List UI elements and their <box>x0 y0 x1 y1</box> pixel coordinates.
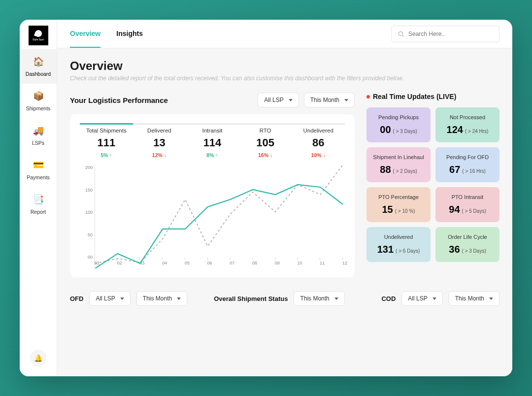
perf-title: Your Logistics Performance <box>70 96 168 104</box>
tile-label: PTO Intransit <box>440 194 495 200</box>
card-icon: 💳 <box>20 160 57 170</box>
logo: Style Spot <box>29 26 48 45</box>
sidebar-item-report[interactable]: 📑 Report <box>20 187 57 222</box>
tile-order-life-cycle[interactable]: Order Life Cycle36( > 3 Days) <box>435 227 499 262</box>
metric-value: 111 <box>80 136 133 149</box>
metric-delivered[interactable]: Delivered1312% ↓ <box>133 123 186 158</box>
svg-point-0 <box>399 32 402 35</box>
tile-note: ( > 6 Days) <box>396 248 420 254</box>
sidebar-item-label: Payments <box>27 174 50 180</box>
tile-value: 88 <box>380 164 391 175</box>
box-icon: 📦 <box>20 91 57 101</box>
topbar: Overview Insights <box>57 20 512 48</box>
tile-pending-for-ofd[interactable]: Pending For OFD67( > 16 Hrs) <box>435 147 499 182</box>
tile-undelivered[interactable]: Undelivered131( > 6 Days) <box>366 227 431 262</box>
svg-line-1 <box>402 35 404 36</box>
metric-total-shipments[interactable]: Total Shipments1115% ↑ <box>80 123 133 158</box>
metric-delta: 10% ↓ <box>292 152 345 158</box>
cod-label: COD <box>381 295 396 302</box>
live-dot-icon <box>366 95 370 99</box>
tile-pending-pickups[interactable]: Pending Pickups00( > 3 Days) <box>366 107 431 142</box>
ofd-label: OFD <box>70 295 83 302</box>
metric-value: 105 <box>239 136 292 149</box>
metric-delta: 12% ↓ <box>133 152 186 158</box>
report-icon: 📑 <box>20 194 57 205</box>
tile-label: PTO Percentage <box>371 194 426 200</box>
tile-value: 67 <box>449 164 460 175</box>
search-icon <box>398 31 404 37</box>
chevron-down-icon <box>177 297 181 300</box>
tile-note: ( > 3 Days) <box>462 248 486 254</box>
sidebar-item-label: Report <box>31 209 46 215</box>
metric-label: Intransit <box>186 128 239 133</box>
tile-note: ( > 24 Hrs) <box>465 129 489 134</box>
tab-overview[interactable]: Overview <box>70 20 100 48</box>
chevron-down-icon <box>344 99 348 101</box>
metric-rto[interactable]: RTO10516% ↓ <box>239 123 292 158</box>
tile-value: 94 <box>449 204 460 215</box>
cod-period-select[interactable]: This Month <box>449 291 499 306</box>
tile-label: Undelivered <box>371 234 426 240</box>
page-subtitle: Check out the detailed report of the tot… <box>70 75 499 82</box>
tab-insights[interactable]: Insights <box>116 20 143 48</box>
chevron-down-icon <box>432 297 436 300</box>
metric-label: Delivered <box>133 128 186 133</box>
sidebar: Style Spot 🏠 Dashboard 📦 Shipments 🚚 LSP… <box>20 20 57 376</box>
tile-note: ( > 5 Days) <box>462 208 486 214</box>
metric-label: Total Shipments <box>80 128 133 133</box>
tile-value: 131 <box>377 244 394 255</box>
lsp-select[interactable]: All LSP <box>258 93 299 107</box>
sidebar-item-lsps[interactable]: 🚚 LSPs <box>20 118 57 153</box>
tile-value: 15 <box>382 204 393 215</box>
tile-pto-intransit[interactable]: PTO Intransit94( > 5 Days) <box>435 187 499 222</box>
chevron-down-icon <box>489 297 493 300</box>
tile-value: 36 <box>449 244 460 255</box>
sidebar-item-dashboard[interactable]: 🏠 Dashboard <box>20 49 57 84</box>
tile-label: Pending Pickups <box>371 114 426 120</box>
sidebar-item-shipments[interactable]: 📦 Shipments <box>20 84 57 118</box>
ofd-period-select[interactable]: This Month <box>136 291 187 306</box>
chevron-down-icon <box>120 297 124 300</box>
live-title: Real Time Updates (LIVE) <box>366 93 499 100</box>
chevron-down-icon <box>334 297 338 300</box>
cod-lsp-select[interactable]: All LSP <box>401 291 442 306</box>
metric-value: 13 <box>133 136 186 149</box>
tile-note: ( > 10 %) <box>395 208 415 214</box>
home-icon: 🏠 <box>20 56 57 67</box>
search-input[interactable] <box>408 31 493 37</box>
ofd-lsp-select[interactable]: All LSP <box>89 291 130 306</box>
tile-note: ( > 3 Days) <box>393 129 417 134</box>
tile-label: Shipment In Linehaul <box>371 154 426 160</box>
metric-intransit[interactable]: Intransit1148% ↑ <box>186 123 239 158</box>
tile-note: ( > 16 Hrs) <box>462 168 486 174</box>
tile-label: Order Life Cycle <box>440 234 495 240</box>
sidebar-item-label: Dashboard <box>26 71 51 77</box>
tile-value: 00 <box>380 124 391 135</box>
sidebar-item-label: Shipments <box>26 105 51 111</box>
metric-value: 114 <box>186 136 239 149</box>
metric-delta: 8% ↑ <box>186 152 239 158</box>
tile-note: ( > 2 Days) <box>393 168 417 174</box>
metric-undelivered[interactable]: Undelivered8610% ↓ <box>292 123 345 158</box>
tile-not-processed[interactable]: Not Processed124( > 24 Hrs) <box>435 107 499 142</box>
overall-period-select[interactable]: This Month <box>294 291 344 306</box>
tile-pto-percentage[interactable]: PTO Percentage15( > 10 %) <box>366 187 431 222</box>
metric-label: RTO <box>239 128 292 133</box>
tile-label: Not Processed <box>440 114 495 120</box>
tile-shipment-in-linehaul[interactable]: Shipment In Linehaul88( > 2 Days) <box>366 147 431 182</box>
truck-icon: 🚚 <box>20 125 57 136</box>
period-select[interactable]: This Month <box>304 93 355 107</box>
sidebar-item-payments[interactable]: 💳 Payments <box>20 153 57 187</box>
tile-value: 124 <box>447 124 463 135</box>
search-box[interactable] <box>391 26 499 42</box>
tile-label: Pending For OFD <box>440 154 495 160</box>
bell-icon: 🔔 <box>34 354 42 362</box>
page-title: Overview <box>70 59 499 73</box>
overall-label: Overall Shipment Status <box>214 295 288 302</box>
chevron-down-icon <box>289 99 293 101</box>
metric-delta: 16% ↓ <box>239 152 292 158</box>
perf-card: Total Shipments1115% ↑Delivered1312% ↓In… <box>70 114 355 277</box>
sidebar-item-label: LSPs <box>32 140 44 146</box>
notifications-button[interactable]: 🔔 <box>30 350 47 366</box>
metric-delta: 5% ↑ <box>80 152 133 158</box>
